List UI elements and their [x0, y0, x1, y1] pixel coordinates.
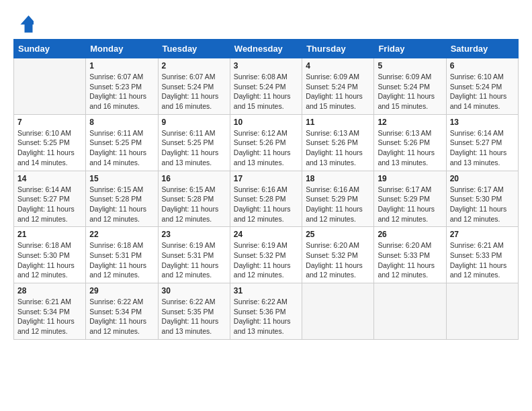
column-header-monday: Monday — [86, 40, 158, 58]
day-number: 4 — [306, 61, 370, 71]
day-number: 25 — [306, 230, 370, 239]
column-header-thursday: Thursday — [302, 40, 374, 58]
day-info: Sunrise: 6:22 AMSunset: 5:34 PMDaylight:… — [89, 297, 154, 336]
calendar-cell: 9Sunrise: 6:11 AMSunset: 5:25 PMDaylight… — [158, 114, 230, 171]
column-header-sunday: Sunday — [14, 40, 86, 58]
calendar-week-5: 28Sunrise: 6:21 AMSunset: 5:34 PMDayligh… — [14, 283, 519, 340]
day-info: Sunrise: 6:21 AMSunset: 5:33 PMDaylight:… — [450, 240, 515, 280]
day-number: 3 — [234, 61, 298, 71]
day-number: 11 — [306, 118, 370, 127]
calendar-cell: 6Sunrise: 6:10 AMSunset: 5:24 PMDaylight… — [446, 58, 518, 115]
day-number: 8 — [89, 118, 154, 127]
day-info: Sunrise: 6:10 AMSunset: 5:25 PMDaylight:… — [17, 128, 82, 168]
day-info: Sunrise: 6:07 AMSunset: 5:24 PMDaylight:… — [162, 72, 226, 111]
calendar-cell: 5Sunrise: 6:09 AMSunset: 5:24 PMDaylight… — [374, 58, 446, 115]
column-header-wednesday: Wednesday — [230, 40, 302, 58]
calendar-cell: 4Sunrise: 6:09 AMSunset: 5:24 PMDaylight… — [302, 58, 374, 115]
calendar-cell — [14, 58, 86, 115]
logo — [13, 13, 36, 34]
calendar-cell: 20Sunrise: 6:17 AMSunset: 5:30 PMDayligh… — [446, 171, 518, 227]
calendar-cell: 17Sunrise: 6:16 AMSunset: 5:28 PMDayligh… — [230, 171, 302, 227]
day-number: 14 — [17, 174, 82, 183]
calendar-cell: 10Sunrise: 6:12 AMSunset: 5:26 PMDayligh… — [230, 114, 302, 171]
day-info: Sunrise: 6:18 AMSunset: 5:30 PMDaylight:… — [17, 240, 82, 280]
day-number: 27 — [450, 230, 515, 239]
day-number: 5 — [378, 61, 442, 71]
day-info: Sunrise: 6:09 AMSunset: 5:24 PMDaylight:… — [378, 72, 442, 111]
calendar-table: SundayMondayTuesdayWednesdayThursdayFrid… — [13, 39, 519, 340]
calendar-cell: 11Sunrise: 6:13 AMSunset: 5:26 PMDayligh… — [302, 114, 374, 171]
day-number: 13 — [450, 118, 515, 127]
day-info: Sunrise: 6:15 AMSunset: 5:28 PMDaylight:… — [89, 185, 154, 224]
day-info: Sunrise: 6:11 AMSunset: 5:25 PMDaylight:… — [89, 128, 154, 168]
calendar-cell: 1Sunrise: 6:07 AMSunset: 5:23 PMDaylight… — [86, 58, 158, 115]
calendar-cell: 3Sunrise: 6:08 AMSunset: 5:24 PMDaylight… — [230, 58, 302, 115]
day-number: 15 — [89, 174, 154, 183]
day-info: Sunrise: 6:17 AMSunset: 5:29 PMDaylight:… — [378, 185, 442, 224]
calendar-header-row: SundayMondayTuesdayWednesdayThursdayFrid… — [14, 40, 519, 58]
calendar-cell: 2Sunrise: 6:07 AMSunset: 5:24 PMDaylight… — [158, 58, 230, 115]
column-header-tuesday: Tuesday — [158, 40, 230, 58]
day-number: 17 — [234, 174, 298, 183]
day-number: 18 — [306, 174, 370, 183]
day-number: 20 — [450, 174, 515, 183]
calendar-week-1: 1Sunrise: 6:07 AMSunset: 5:23 PMDaylight… — [14, 58, 519, 115]
calendar-cell — [446, 283, 518, 340]
calendar-cell: 22Sunrise: 6:18 AMSunset: 5:31 PMDayligh… — [86, 227, 158, 283]
calendar-cell: 19Sunrise: 6:17 AMSunset: 5:29 PMDayligh… — [374, 171, 446, 227]
calendar-cell: 18Sunrise: 6:16 AMSunset: 5:29 PMDayligh… — [302, 171, 374, 227]
day-number: 26 — [378, 230, 442, 239]
day-info: Sunrise: 6:12 AMSunset: 5:26 PMDaylight:… — [234, 128, 298, 168]
calendar-cell: 25Sunrise: 6:20 AMSunset: 5:32 PMDayligh… — [302, 227, 374, 283]
day-info: Sunrise: 6:15 AMSunset: 5:28 PMDaylight:… — [162, 185, 226, 224]
calendar-week-3: 14Sunrise: 6:14 AMSunset: 5:27 PMDayligh… — [14, 171, 519, 227]
day-number: 16 — [162, 174, 226, 183]
column-header-saturday: Saturday — [446, 40, 518, 58]
day-info: Sunrise: 6:09 AMSunset: 5:24 PMDaylight:… — [306, 72, 370, 111]
day-info: Sunrise: 6:22 AMSunset: 5:35 PMDaylight:… — [162, 297, 226, 336]
page-header — [13, 13, 519, 34]
day-info: Sunrise: 6:20 AMSunset: 5:33 PMDaylight:… — [378, 240, 442, 280]
calendar-cell: 14Sunrise: 6:14 AMSunset: 5:27 PMDayligh… — [14, 171, 86, 227]
calendar-cell: 23Sunrise: 6:19 AMSunset: 5:31 PMDayligh… — [158, 227, 230, 283]
day-number: 7 — [17, 118, 82, 127]
calendar-cell: 29Sunrise: 6:22 AMSunset: 5:34 PMDayligh… — [86, 283, 158, 340]
calendar-week-2: 7Sunrise: 6:10 AMSunset: 5:25 PMDaylight… — [14, 114, 519, 171]
day-number: 22 — [89, 230, 154, 239]
calendar-cell: 15Sunrise: 6:15 AMSunset: 5:28 PMDayligh… — [86, 171, 158, 227]
svg-marker-0 — [21, 15, 34, 33]
calendar-week-4: 21Sunrise: 6:18 AMSunset: 5:30 PMDayligh… — [14, 227, 519, 283]
calendar-cell: 21Sunrise: 6:18 AMSunset: 5:30 PMDayligh… — [14, 227, 86, 283]
day-info: Sunrise: 6:08 AMSunset: 5:24 PMDaylight:… — [234, 72, 298, 111]
day-info: Sunrise: 6:16 AMSunset: 5:29 PMDaylight:… — [306, 185, 370, 224]
calendar-cell: 8Sunrise: 6:11 AMSunset: 5:25 PMDaylight… — [86, 114, 158, 171]
day-info: Sunrise: 6:13 AMSunset: 5:26 PMDaylight:… — [306, 128, 370, 168]
calendar-cell: 31Sunrise: 6:22 AMSunset: 5:36 PMDayligh… — [230, 283, 302, 340]
calendar-cell: 13Sunrise: 6:14 AMSunset: 5:27 PMDayligh… — [446, 114, 518, 171]
calendar-cell: 16Sunrise: 6:15 AMSunset: 5:28 PMDayligh… — [158, 171, 230, 227]
calendar-cell: 24Sunrise: 6:19 AMSunset: 5:32 PMDayligh… — [230, 227, 302, 283]
day-info: Sunrise: 6:10 AMSunset: 5:24 PMDaylight:… — [450, 72, 515, 111]
calendar-cell: 28Sunrise: 6:21 AMSunset: 5:34 PMDayligh… — [14, 283, 86, 340]
calendar-cell: 30Sunrise: 6:22 AMSunset: 5:35 PMDayligh… — [158, 283, 230, 340]
day-number: 21 — [17, 230, 82, 239]
day-number: 1 — [89, 61, 154, 71]
day-number: 19 — [378, 174, 442, 183]
day-info: Sunrise: 6:18 AMSunset: 5:31 PMDaylight:… — [89, 240, 154, 280]
day-number: 23 — [162, 230, 226, 239]
day-info: Sunrise: 6:19 AMSunset: 5:32 PMDaylight:… — [234, 240, 298, 280]
day-info: Sunrise: 6:17 AMSunset: 5:30 PMDaylight:… — [450, 185, 515, 224]
day-number: 6 — [450, 61, 515, 71]
calendar-cell: 26Sunrise: 6:20 AMSunset: 5:33 PMDayligh… — [374, 227, 446, 283]
calendar-cell — [302, 283, 374, 340]
day-info: Sunrise: 6:19 AMSunset: 5:31 PMDaylight:… — [162, 240, 226, 280]
day-info: Sunrise: 6:14 AMSunset: 5:27 PMDaylight:… — [17, 185, 82, 224]
day-number: 30 — [162, 286, 226, 295]
day-number: 9 — [162, 118, 226, 127]
day-number: 29 — [89, 286, 154, 295]
day-info: Sunrise: 6:20 AMSunset: 5:32 PMDaylight:… — [306, 240, 370, 280]
day-info: Sunrise: 6:07 AMSunset: 5:23 PMDaylight:… — [89, 72, 154, 111]
day-info: Sunrise: 6:14 AMSunset: 5:27 PMDaylight:… — [450, 128, 515, 168]
calendar-cell — [374, 283, 446, 340]
day-info: Sunrise: 6:11 AMSunset: 5:25 PMDaylight:… — [162, 128, 226, 168]
